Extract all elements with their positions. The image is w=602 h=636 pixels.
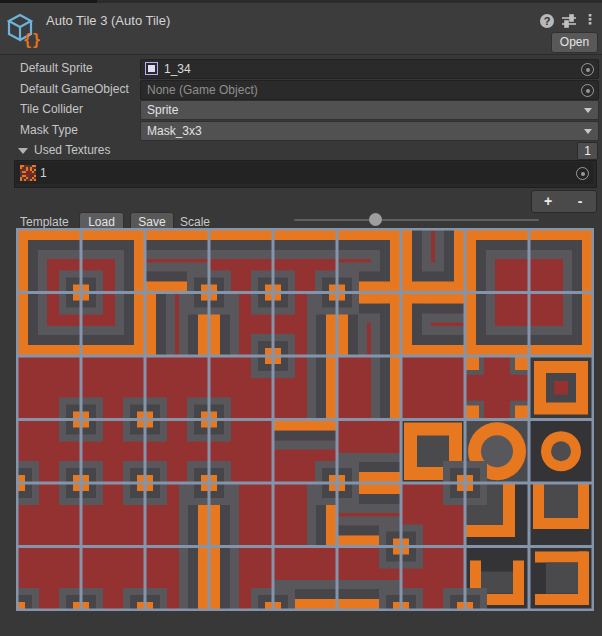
component-header[interactable]: {} Auto Tile 3 (Auto Tile) ? ⋮ Open [0, 3, 602, 55]
scale-slider-handle[interactable] [369, 213, 382, 226]
svg-text:{}: {} [23, 31, 41, 48]
tile-template-grid[interactable] [16, 228, 594, 611]
tile-collider-value: Sprite [147, 103, 178, 117]
presets-icon[interactable] [561, 14, 577, 28]
default-sprite-label: Default Sprite [20, 59, 138, 77]
object-picker-icon[interactable] [581, 63, 594, 76]
chevron-down-icon [584, 129, 592, 134]
mask-type-dropdown[interactable]: Mask_3x3 [140, 121, 599, 141]
array-size-field[interactable]: 1 [577, 142, 598, 160]
tile-collider-label: Tile Collider [20, 100, 138, 118]
component-title: Auto Tile 3 (Auto Tile) [46, 13, 170, 28]
used-textures-label[interactable]: Used Textures [34, 142, 110, 159]
default-sprite-value: 1_34 [164, 62, 191, 76]
texture-list-item[interactable]: 1 [16, 162, 593, 184]
object-picker-icon[interactable] [581, 84, 594, 97]
list-add-remove-group: + - [531, 190, 597, 213]
scale-slider-track[interactable] [294, 219, 539, 221]
remove-item-button[interactable]: - [564, 191, 596, 212]
auto-tile-script-icon: {} [7, 12, 41, 48]
foldout-triangle-icon[interactable] [18, 148, 28, 154]
sprite-icon [145, 62, 158, 75]
default-gameobject-value: None (Game Object) [147, 83, 258, 97]
default-sprite-field[interactable]: 1_34 [140, 59, 599, 79]
default-gameobject-field[interactable]: None (Game Object) [140, 80, 599, 100]
help-icon[interactable]: ? [539, 13, 555, 29]
texture-thumbnail-icon [20, 165, 36, 181]
texture-name: 1 [40, 166, 47, 180]
tile-collider-dropdown[interactable]: Sprite [140, 100, 599, 120]
mask-type-value: Mask_3x3 [147, 124, 202, 138]
used-textures-list: 1 [14, 160, 597, 188]
open-button[interactable]: Open [551, 32, 598, 53]
inspector-window: {} Auto Tile 3 (Auto Tile) ? ⋮ Open Defa… [0, 0, 602, 636]
mask-type-label: Mask Type [20, 121, 138, 139]
object-picker-icon[interactable] [576, 167, 589, 180]
kebab-menu-icon[interactable]: ⋮ [582, 11, 598, 27]
chevron-down-icon [584, 108, 592, 113]
add-item-button[interactable]: + [532, 191, 564, 212]
default-gameobject-label: Default GameObject [20, 80, 138, 98]
